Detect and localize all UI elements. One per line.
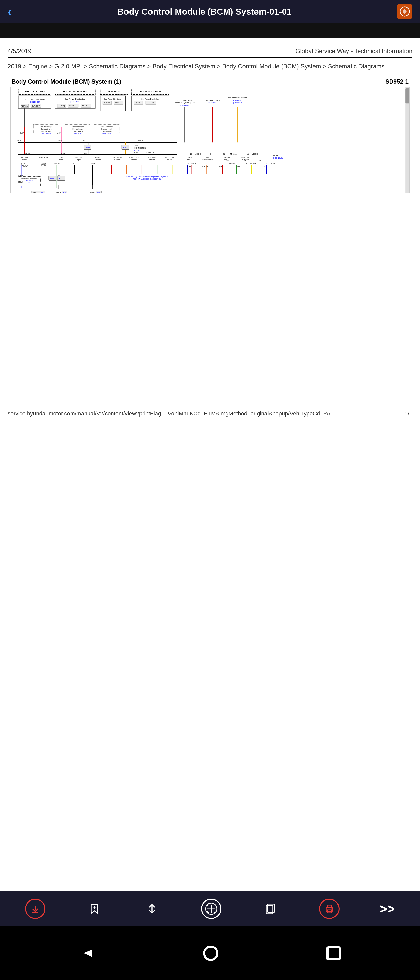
svg-text:Rear PDW: Rear PDW: [148, 156, 156, 158]
svg-text:(SD120-2): (SD120-2): [102, 133, 111, 135]
svg-text:JOINT: JOINT: [134, 145, 140, 146]
svg-text:See Passenger: See Passenger: [101, 126, 113, 128]
svg-text:2: 2: [222, 162, 224, 164]
svg-text:F19(10): F19(10): [104, 102, 110, 103]
svg-text:12: 12: [144, 151, 147, 154]
svg-text:(SD452-2): (SD452-2): [233, 102, 243, 104]
svg-text:(SD110-13): (SD110-13): [29, 101, 40, 103]
more-button[interactable]: >>: [379, 901, 395, 916]
fit-button[interactable]: [201, 899, 222, 919]
svg-text:(SD120-1): (SD120-1): [73, 133, 82, 135]
svg-text:Fuse Details: Fuse Details: [41, 130, 51, 132]
spacer-content-area: [0, 201, 420, 405]
diagram-title: Body Control Module (BCM) System (1): [11, 78, 121, 85]
svg-text:0.5B: 0.5B: [73, 162, 77, 164]
top-header: ‹ Body Control Module (BCM) System-01-01: [0, 0, 420, 23]
svg-text:0.3R/O: 0.3R/O: [219, 165, 225, 167]
nav-recents-button[interactable]: [326, 946, 340, 960]
footer-url-text: service.hyundai-motor.com/manual/V2/cont…: [8, 410, 331, 417]
svg-text:21: 21: [222, 153, 225, 155]
svg-text:0.22G/r: 0.22G/r: [234, 165, 240, 167]
svg-text:CURRENT: CURRENT: [32, 105, 41, 107]
nav-back-icon: [80, 945, 95, 961]
more-label: >>: [379, 901, 395, 916]
svg-text:F18(30A): F18(30A): [21, 105, 28, 107]
sort-button[interactable]: [143, 900, 161, 918]
svg-text:0.5B: 0.5B: [91, 162, 95, 164]
svg-text:17: 17: [21, 128, 23, 130]
svg-text:HOT IN ACC OR ON: HOT IN ACC OR ON: [140, 90, 161, 93]
svg-text:Fuse Details: Fuse Details: [102, 130, 112, 132]
svg-text:Compartment: Compartment: [72, 128, 83, 130]
svg-text:Ground: Ground: [95, 159, 101, 160]
print-icon: [319, 899, 340, 919]
svg-text:LIN: LIN: [258, 160, 261, 162]
svg-text:Power: Power: [95, 156, 101, 158]
svg-text:(SD452-1): (SD452-1): [233, 99, 243, 101]
diagram-container: Body Control Module (BCM) System (1) SD9…: [8, 76, 412, 196]
svg-text:C 30-A(): C 30-A(): [148, 102, 153, 103]
svg-text:Ground: Ground: [131, 159, 137, 160]
nav-home-button[interactable]: [203, 945, 219, 961]
pages-button[interactable]: [261, 900, 279, 918]
svg-text:11: 11: [246, 153, 249, 155]
svg-text:(SD110-13): (SD110-13): [70, 100, 80, 103]
svg-text:13: 13: [206, 162, 208, 164]
svg-text:C 32-4: C 32-4: [134, 151, 140, 153]
back-button[interactable]: ‹: [8, 4, 12, 19]
svg-text:0.38: 0.38: [56, 175, 60, 177]
svg-text:ON/START: ON/START: [39, 156, 48, 158]
svg-text:Memory: Memory: [21, 156, 28, 159]
svg-text:EM61: EM61: [50, 178, 55, 180]
svg-text:0.228G: 0.228G: [54, 162, 59, 164]
svg-text:GM83: GM83: [34, 192, 38, 193]
svg-text:Input: Input: [42, 159, 45, 161]
svg-text:0.3O/B: 0.3O/B: [202, 165, 208, 167]
svg-text:MH2-A: MH2-A: [191, 162, 197, 164]
svg-text:32: 32: [83, 139, 85, 142]
svg-text:17: 17: [190, 153, 192, 155]
svg-text:1/P-F: 1/P-F: [138, 139, 143, 142]
svg-text:See Stop Lamps: See Stop Lamps: [205, 99, 220, 101]
svg-text:See Supplemental: See Supplemental: [177, 99, 193, 101]
svg-text:Compartment: Compartment: [41, 128, 51, 130]
download-button[interactable]: [25, 899, 45, 919]
svg-text:MODULE: MODULE: [115, 102, 121, 103]
svg-text:MODULE: MODULE: [82, 105, 89, 107]
bookmark-button[interactable]: [85, 900, 103, 918]
service-label: Global Service Way - Technical Informati…: [295, 48, 412, 55]
app-chrome: [0, 23, 420, 38]
svg-text:See Passenger: See Passenger: [72, 126, 84, 128]
svg-text:0.3R: 0.3R: [21, 132, 24, 134]
fit-icon: [201, 899, 222, 919]
svg-text:BCM: BCM: [273, 154, 278, 157]
svg-text:18: 18: [245, 162, 247, 164]
svg-text:0.58W: 0.58W: [18, 181, 23, 183]
footer-area: service.hyundai-motor.com/manual/V2/cont…: [0, 405, 420, 422]
svg-rect-230: [327, 905, 331, 908]
svg-text:MODE: MODE: [243, 160, 248, 162]
svg-text:(SD237-1): (SD237-1): [208, 102, 217, 104]
svg-text:HOT IN ON: HOT IN ON: [108, 90, 120, 93]
svg-text:Fuse Details: Fuse Details: [73, 130, 83, 132]
svg-text:MH2-D: MH2-D: [252, 153, 258, 155]
svg-text:(SD967-1)(SD967-2)(SD967-3): (SD967-1)(SD967-2)(SD967-3): [133, 178, 161, 180]
svg-text:1/P-F: 1/P-F: [57, 139, 62, 142]
main-content: 4/5/2019 Global Service Way - Technical …: [0, 38, 420, 201]
svg-text:Stop: Stop: [206, 156, 209, 159]
svg-text:See Power Distribution: See Power Distribution: [104, 98, 122, 100]
svg-text:IND.: IND.: [226, 160, 230, 162]
svg-text:Ground: Ground: [114, 159, 120, 160]
print-button[interactable]: [319, 899, 340, 919]
svg-text:CONNECTOR: CONNECTOR: [134, 147, 145, 149]
svg-text:See Parking Distance Warning (: See Parking Distance Warning (PDW) Syste…: [126, 175, 168, 178]
svg-text:(SD130-2): (SD130-2): [26, 180, 32, 181]
footer-page: 1/1: [404, 410, 412, 417]
svg-point-232: [331, 908, 332, 909]
nav-back-button[interactable]: [80, 945, 95, 961]
sort-icon: [143, 900, 161, 918]
svg-text:See Power Distribution: See Power Distribution: [65, 98, 85, 100]
svg-text:See Ground Distribution: See Ground Distribution: [21, 178, 37, 180]
svg-text:C 43-1: C 43-1: [27, 182, 32, 183]
svg-text:PDW Buzzer: PDW Buzzer: [129, 156, 139, 158]
